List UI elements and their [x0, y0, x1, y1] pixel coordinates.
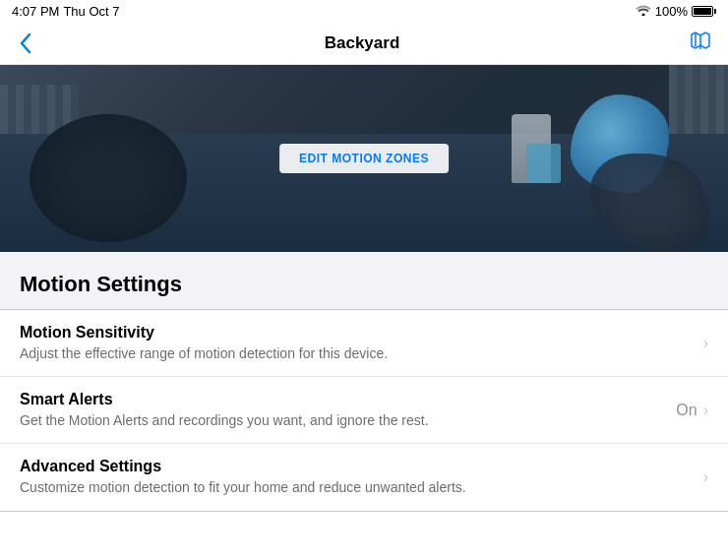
- advanced-settings-row[interactable]: Advanced Settings Customize motion detec…: [0, 444, 728, 510]
- edit-motion-zones-button[interactable]: EDIT MOTION ZONES: [279, 144, 449, 173]
- blue-container: [526, 144, 561, 183]
- motion-sensitivity-right: ›: [703, 335, 708, 352]
- motion-sensitivity-desc: Adjust the effective range of motion det…: [20, 344, 703, 362]
- nav-bar: Backyard: [0, 22, 728, 65]
- motion-sensitivity-row[interactable]: Motion Sensitivity Adjust the effective …: [0, 310, 728, 377]
- smart-alerts-right: On ›: [676, 402, 708, 419]
- battery-icon: [692, 6, 716, 17]
- wifi-icon: [636, 4, 651, 19]
- time-label: 4:07 PM: [12, 4, 59, 19]
- chevron-icon: ›: [703, 335, 708, 352]
- advanced-settings-title: Advanced Settings: [20, 458, 703, 475]
- smart-alerts-title: Smart Alerts: [20, 391, 676, 408]
- advanced-settings-content: Advanced Settings Customize motion detec…: [20, 458, 703, 496]
- chevron-icon: ›: [703, 402, 708, 419]
- status-right: 100%: [636, 4, 716, 19]
- dark-shape-left: [30, 114, 187, 242]
- advanced-settings-right: ›: [703, 468, 708, 486]
- content-area: Motion Settings Motion Sensitivity Adjus…: [0, 252, 728, 512]
- status-bar: 4:07 PM Thu Oct 7 100%: [0, 0, 728, 22]
- chevron-icon: ›: [703, 468, 708, 486]
- action-button[interactable]: [689, 29, 712, 58]
- smart-alerts-content: Smart Alerts Get the Motion Alerts and r…: [20, 391, 676, 429]
- motion-sensitivity-title: Motion Sensitivity: [20, 324, 703, 342]
- date-label: Thu Oct 7: [63, 4, 119, 19]
- motion-sensitivity-content: Motion Sensitivity Adjust the effective …: [20, 324, 703, 362]
- page-title: Backyard: [325, 33, 400, 53]
- section-title: Motion Settings: [0, 252, 728, 309]
- back-button[interactable]: [16, 30, 35, 57]
- settings-list: Motion Sensitivity Adjust the effective …: [0, 309, 728, 512]
- status-left: 4:07 PM Thu Oct 7: [12, 4, 120, 19]
- smart-alerts-row[interactable]: Smart Alerts Get the Motion Alerts and r…: [0, 377, 728, 444]
- advanced-settings-desc: Customize motion detection to fit your h…: [20, 478, 703, 496]
- battery-percent: 100%: [655, 4, 688, 19]
- smart-alerts-status: On: [676, 402, 697, 419]
- camera-view: EDIT MOTION ZONES: [0, 65, 728, 252]
- smart-alerts-desc: Get the Motion Alerts and recordings you…: [20, 411, 676, 429]
